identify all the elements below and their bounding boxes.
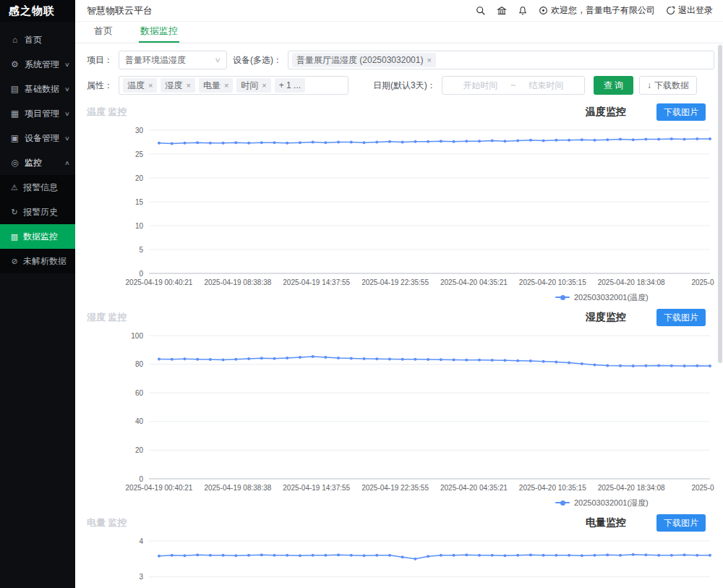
- filter-row-project: 项目： 普量环境温湿度 ∨ 设备(多选)： 普量展厅温湿度 (202503032…: [87, 51, 714, 69]
- sidebar-item-unparsed-data[interactable]: ⊘ 未解析数据: [0, 249, 75, 273]
- query-button[interactable]: 查 询: [594, 76, 633, 95]
- download-image-button[interactable]: 下载图片: [656, 514, 706, 532]
- data-monitor-icon: ▥: [9, 232, 20, 242]
- svg-text:2025-04-19 22:35:55: 2025-04-19 22:35:55: [362, 484, 429, 492]
- attributes-multiselect[interactable]: 温度 × 湿度 × 电量 × 时间 × + 1 ...: [119, 76, 348, 95]
- chevron-down-icon: ∨: [215, 56, 222, 64]
- legend-line-icon: [555, 297, 570, 298]
- download-image-button[interactable]: 下载图片: [656, 103, 706, 121]
- svg-text:2025-04-19 14:37:55: 2025-04-19 14:37:55: [283, 278, 350, 286]
- close-icon[interactable]: ×: [262, 81, 266, 90]
- close-icon[interactable]: ×: [224, 81, 228, 90]
- sidebar-item-label: 未解析数据: [23, 255, 67, 268]
- chevron-down-icon: ∨: [64, 111, 70, 117]
- gear-icon: ⚙: [9, 59, 20, 69]
- battery-chart-section: 电量 监控 电量监控 下载图片 01234: [87, 512, 714, 588]
- svg-text:2025-04-20 04:35:21: 2025-04-20 04:35:21: [440, 484, 508, 492]
- logout-icon: [666, 6, 675, 15]
- chart-watermark-title: 温度 监控: [87, 106, 127, 119]
- device-label: 设备(多选)：: [233, 54, 282, 67]
- platform-title: 智慧物联云平台: [87, 4, 153, 17]
- project-select[interactable]: 普量环境温湿度 ∨: [119, 51, 227, 69]
- legend-line-icon: [555, 502, 570, 503]
- svg-text:2025-04-20 10:35:15: 2025-04-20 10:35:15: [519, 278, 586, 286]
- attr-tag-more[interactable]: + 1 ...: [275, 78, 305, 93]
- welcome-text: 欢迎您，普量电子有限公司: [551, 4, 655, 17]
- logout-button[interactable]: 退出登录: [666, 4, 713, 17]
- svg-text:10: 10: [135, 222, 144, 230]
- download-data-label: 下载数据: [654, 80, 689, 92]
- svg-text:2025-04-19 08:38:38: 2025-04-19 08:38:38: [204, 278, 271, 286]
- start-time-input[interactable]: [453, 80, 508, 90]
- svg-text:2025-04-21: 2025-04-21: [691, 278, 714, 286]
- tabbar: 首页 数据监控: [75, 22, 723, 43]
- database-icon: ▤: [9, 84, 20, 94]
- temperature-chart-section: 温度 监控 温度监控 下载图片 0510152025302025-04-19 0…: [87, 101, 714, 304]
- download-data-button[interactable]: ↓ 下载数据: [639, 76, 697, 95]
- device-multiselect[interactable]: 普量展厅温湿度 (202503032001) ×: [288, 51, 714, 69]
- svg-text:2025-04-20 10:35:15: 2025-04-20 10:35:15: [519, 484, 586, 492]
- attr-tag-label: 湿度: [165, 80, 182, 92]
- chart-watermark-title: 湿度 监控: [87, 311, 127, 324]
- tab-data-monitoring[interactable]: 数据监控: [139, 25, 179, 43]
- scrollbar[interactable]: [718, 45, 722, 363]
- welcome-user[interactable]: 欢迎您，普量电子有限公司: [539, 4, 655, 17]
- battery-line-chart: 01234: [87, 534, 714, 588]
- attr-tag-battery: 电量 ×: [199, 78, 233, 93]
- topbar: 智慧物联云平台 欢迎您，普量电子有限公司 退出登录: [75, 0, 723, 22]
- sidebar-item-system-management[interactable]: ⚙ 系统管理 ∨: [0, 52, 75, 77]
- chart-title: 温度监控: [586, 106, 626, 119]
- svg-text:2025-04-19 00:40:21: 2025-04-19 00:40:21: [126, 278, 193, 286]
- svg-text:5: 5: [139, 246, 143, 254]
- sidebar-item-label: 数据监控: [23, 231, 58, 243]
- bell-icon[interactable]: [518, 6, 528, 16]
- svg-text:30: 30: [135, 127, 144, 135]
- close-icon[interactable]: ×: [427, 56, 431, 64]
- sidebar: 感之物联 ⌂ 首页 ⚙ 系统管理 ∨ ▤ 基础数据 ∨ ▦ 项目管理 ∨: [0, 0, 75, 588]
- sidebar-item-project-management[interactable]: ▦ 项目管理 ∨: [0, 101, 75, 126]
- device-tag: 普量展厅温湿度 (202503032001) ×: [292, 53, 436, 67]
- date-range-picker[interactable]: ~: [442, 76, 585, 95]
- sidebar-item-home[interactable]: ⌂ 首页: [0, 27, 75, 52]
- search-icon[interactable]: [476, 6, 486, 16]
- svg-text:2025-04-19 08:38:38: 2025-04-19 08:38:38: [204, 484, 271, 492]
- chart-title: 湿度监控: [586, 311, 626, 324]
- close-icon[interactable]: ×: [186, 81, 190, 90]
- logout-label: 退出登录: [678, 4, 713, 17]
- device-tag-label: 普量展厅温湿度 (202503032001): [296, 54, 423, 67]
- humidity-line-chart: 0204060801002025-04-19 00:40:212025-04-1…: [87, 328, 714, 496]
- chart-legend[interactable]: 202503032001(湿度): [555, 496, 714, 509]
- sidebar-item-alarm-history[interactable]: ↻ 报警历史: [0, 200, 75, 224]
- content: 项目： 普量环境温湿度 ∨ 设备(多选)： 普量展厅温湿度 (202503032…: [75, 43, 723, 588]
- chart-header: 湿度 监控 湿度监控 下载图片: [87, 307, 714, 328]
- device-icon: ▣: [9, 133, 20, 143]
- sidebar-item-basic-data[interactable]: ▤ 基础数据 ∨: [0, 77, 75, 101]
- attr-tag-temperature: 温度 ×: [123, 78, 157, 93]
- sidebar-item-device-management[interactable]: ▣ 设备管理 ∨: [0, 126, 75, 150]
- attr-tag-label: 时间: [241, 80, 258, 92]
- user-dot-icon: [539, 6, 548, 15]
- project-icon: ▦: [9, 108, 20, 119]
- attr-tag-humidity: 湿度 ×: [161, 78, 194, 93]
- monitoring-submenu: ⚠ 报警信息 ↻ 报警历史 ▥ 数据监控 ⊘ 未解析数据: [0, 175, 75, 273]
- organization-icon[interactable]: [497, 6, 507, 16]
- sidebar-item-monitoring[interactable]: ◎ 监控 ∧: [0, 150, 75, 175]
- tab-home[interactable]: 首页: [93, 25, 114, 43]
- attr-tag-label: 温度: [127, 80, 145, 92]
- humidity-chart-section: 湿度 监控 湿度监控 下载图片 0204060801002025-04-19 0…: [87, 307, 714, 509]
- chevron-down-icon: ∨: [64, 135, 70, 142]
- end-time-input[interactable]: [518, 80, 573, 90]
- chart-legend[interactable]: 202503032001(温度): [555, 291, 714, 304]
- close-icon[interactable]: ×: [148, 81, 153, 90]
- sidebar-item-alarm-info[interactable]: ⚠ 报警信息: [0, 175, 75, 200]
- svg-text:2025-04-19 14:37:55: 2025-04-19 14:37:55: [283, 484, 350, 492]
- download-image-button[interactable]: 下载图片: [656, 309, 706, 326]
- svg-text:40: 40: [135, 417, 144, 425]
- app-root: 感之物联 ⌂ 首页 ⚙ 系统管理 ∨ ▤ 基础数据 ∨ ▦ 项目管理 ∨: [0, 0, 723, 588]
- sidebar-nav: ⌂ 首页 ⚙ 系统管理 ∨ ▤ 基础数据 ∨ ▦ 项目管理 ∨ ▣ 设备管理 ∨: [0, 22, 75, 273]
- app-logo: 感之物联: [0, 0, 75, 22]
- sidebar-item-data-monitoring[interactable]: ▥ 数据监控: [0, 224, 75, 249]
- svg-text:2025-04-20 18:34:08: 2025-04-20 18:34:08: [598, 484, 665, 492]
- svg-text:2025-04-20 04:35:21: 2025-04-20 04:35:21: [440, 278, 508, 286]
- topbar-actions: 欢迎您，普量电子有限公司 退出登录: [476, 4, 713, 17]
